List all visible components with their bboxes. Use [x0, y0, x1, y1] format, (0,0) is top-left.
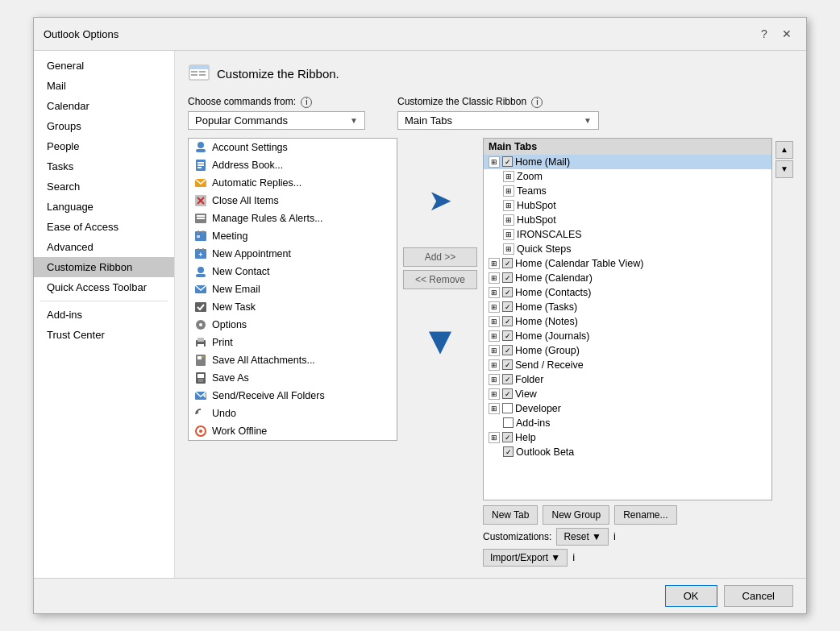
command-item[interactable]: Save All Attachments...: [189, 351, 397, 369]
checkbox[interactable]: [502, 403, 513, 413]
expand-button[interactable]: ⊞: [489, 388, 500, 400]
rename-button[interactable]: Rename...: [614, 505, 676, 525]
ribbon-item[interactable]: ⊞Developer: [484, 401, 771, 416]
command-item[interactable]: Automatic Replies...: [189, 174, 397, 192]
sidebar-item-customize-ribbon[interactable]: Customize Ribbon: [34, 257, 174, 277]
command-item[interactable]: Manage Rules & Alerts...: [189, 210, 397, 227]
expand-button[interactable]: ⊞: [489, 403, 500, 414]
checkbox[interactable]: ✓: [502, 301, 513, 312]
ribbon-item[interactable]: ⊞HubSpot: [484, 213, 771, 227]
customize-ribbon-info-icon[interactable]: i: [531, 97, 543, 108]
ribbon-item[interactable]: ⊞✓Home (Calendar Table View): [484, 256, 771, 271]
sidebar-item-quick-access-toolbar[interactable]: Quick Access Toolbar: [34, 277, 174, 297]
ribbon-item[interactable]: ✓Outlook Beta: [484, 445, 771, 459]
checkbox[interactable]: ✓: [502, 287, 513, 297]
expand-button[interactable]: ⊞: [489, 301, 500, 313]
command-item[interactable]: +New Appointment: [189, 245, 397, 263]
ribbon-item[interactable]: ⊞✓Help: [484, 430, 771, 445]
ribbon-item[interactable]: ⊞✓View: [484, 387, 771, 401]
cancel-button[interactable]: Cancel: [724, 585, 793, 607]
remove-button[interactable]: << Remove: [403, 270, 477, 289]
command-item[interactable]: Meeting: [189, 227, 397, 245]
checkbox[interactable]: ✓: [503, 446, 514, 457]
expand-button[interactable]: ⊞: [489, 316, 500, 327]
checkbox[interactable]: ✓: [502, 258, 513, 268]
ok-button[interactable]: OK: [665, 585, 717, 607]
command-item[interactable]: +New Contact: [189, 263, 397, 280]
import-export-info-icon[interactable]: i: [572, 551, 575, 563]
command-item[interactable]: New Email: [189, 280, 397, 298]
command-item[interactable]: Save As: [189, 369, 397, 387]
expand-button[interactable]: ⊞: [489, 330, 500, 342]
scroll-down-button[interactable]: ▼: [776, 160, 793, 178]
command-item[interactable]: Address Book...: [189, 156, 397, 174]
sidebar-item-language[interactable]: Language: [34, 197, 174, 217]
command-item[interactable]: Send/Receive All Folders: [189, 387, 397, 405]
sidebar-item-general[interactable]: General: [34, 56, 174, 76]
ribbon-list[interactable]: Main Tabs⊞✓Home (Mail)⊞Zoom⊞Teams⊞HubSpo…: [483, 138, 772, 500]
expand-button[interactable]: ⊞: [489, 272, 500, 284]
sidebar-item-tasks[interactable]: Tasks: [34, 156, 174, 176]
sidebar-item-advanced[interactable]: Advanced: [34, 237, 174, 257]
command-item[interactable]: New Task: [189, 298, 397, 316]
ribbon-item[interactable]: ⊞✓Home (Notes): [484, 314, 771, 329]
expand-button[interactable]: ⊞: [489, 374, 500, 385]
ribbon-item[interactable]: ⊞✓Folder: [484, 372, 771, 387]
expand-button[interactable]: ⊞: [503, 229, 514, 240]
command-item[interactable]: Options: [189, 316, 397, 334]
checkbox[interactable]: ✓: [502, 432, 513, 442]
sidebar-item-people[interactable]: People: [34, 136, 174, 156]
expand-button[interactable]: ⊞: [503, 171, 514, 182]
ribbon-item[interactable]: ⊞✓Home (Tasks): [484, 300, 771, 314]
sidebar-item-ease-of-access[interactable]: Ease of Access: [34, 217, 174, 237]
command-item[interactable]: Account Settings: [189, 139, 397, 156]
checkbox[interactable]: ✓: [502, 316, 513, 326]
ribbon-item[interactable]: ⊞✓Home (Group): [484, 343, 771, 358]
ribbon-item[interactable]: ⊞✓Home (Contacts): [484, 285, 771, 300]
command-item[interactable]: Print: [189, 334, 397, 351]
ribbon-item[interactable]: ⊞HubSpot: [484, 198, 771, 213]
checkbox[interactable]: ✓: [502, 345, 513, 355]
ribbon-item[interactable]: ⊞Quick Steps: [484, 242, 771, 256]
sidebar-item-mail[interactable]: Mail: [34, 76, 174, 96]
expand-button[interactable]: ⊞: [489, 359, 500, 371]
ribbon-item[interactable]: ⊞✓Home (Calendar): [484, 271, 771, 285]
checkbox[interactable]: ✓: [502, 374, 513, 384]
expand-button[interactable]: ⊞: [503, 200, 514, 211]
checkbox[interactable]: ✓: [502, 388, 513, 399]
add-button[interactable]: Add >>: [403, 247, 477, 267]
command-item[interactable]: Work Offline: [189, 422, 397, 440]
checkbox[interactable]: [503, 417, 514, 428]
checkbox[interactable]: ✓: [502, 330, 513, 341]
checkbox[interactable]: ✓: [502, 359, 513, 370]
commands-list[interactable]: Account SettingsAddress Book...Automatic…: [188, 138, 397, 441]
expand-button[interactable]: ⊞: [489, 432, 500, 443]
command-item[interactable]: Close All Items: [189, 192, 397, 210]
sidebar-item-trust-center[interactable]: Trust Center: [34, 325, 174, 345]
expand-button[interactable]: ⊞: [489, 258, 500, 269]
import-export-button[interactable]: Import/Export ▼: [483, 549, 568, 567]
expand-button[interactable]: ⊞: [503, 214, 514, 226]
customize-ribbon-dropdown[interactable]: Main Tabs ▼: [397, 111, 599, 130]
reset-button[interactable]: Reset ▼: [556, 528, 609, 546]
checkbox[interactable]: ✓: [502, 272, 513, 283]
sidebar-item-search[interactable]: Search: [34, 176, 174, 197]
ribbon-item[interactable]: ⊞Teams: [484, 184, 771, 198]
ribbon-item[interactable]: ⊞IRONSCALES: [484, 227, 771, 242]
expand-button[interactable]: ⊞: [489, 156, 500, 168]
sidebar-item-add-ins[interactable]: Add-ins: [34, 305, 174, 325]
command-item[interactable]: Undo: [189, 405, 397, 422]
ribbon-item[interactable]: ⊞✓Home (Journals): [484, 329, 771, 343]
close-button[interactable]: ✕: [777, 24, 796, 44]
expand-button[interactable]: ⊞: [503, 243, 514, 255]
new-group-button[interactable]: New Group: [543, 505, 609, 525]
choose-commands-dropdown[interactable]: Popular Commands ▼: [188, 111, 365, 130]
expand-button[interactable]: ⊞: [489, 345, 500, 356]
ribbon-item[interactable]: ⊞✓Home (Mail): [484, 155, 771, 169]
ribbon-item[interactable]: Add-ins: [484, 416, 771, 430]
help-button[interactable]: ?: [755, 24, 774, 44]
sidebar-item-groups[interactable]: Groups: [34, 116, 174, 136]
scroll-up-button[interactable]: ▲: [776, 141, 793, 159]
choose-commands-info-icon[interactable]: i: [301, 97, 312, 108]
expand-button[interactable]: ⊞: [489, 287, 500, 298]
